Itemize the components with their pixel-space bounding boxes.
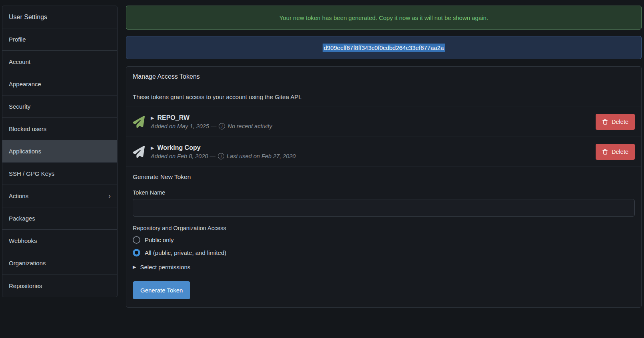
sidebar-item-label: SSH / GPG Keys bbox=[9, 170, 54, 177]
radio-checked-icon[interactable] bbox=[133, 249, 140, 256]
info-icon: i bbox=[218, 153, 224, 159]
token-name-label: Working Copy bbox=[157, 144, 200, 151]
token-activity-text: No recent activity bbox=[227, 123, 272, 129]
sidebar-item-account[interactable]: Account bbox=[2, 51, 117, 73]
new-token-display: d909ecff67f8ff343c0f0cdbd264c33ef677aa2a bbox=[126, 36, 642, 59]
token-name-label: REPO_RW bbox=[157, 114, 189, 121]
token-value-selected-text[interactable]: d909ecff67f8ff343c0f0cdbd264c33ef677aa2a bbox=[323, 44, 445, 52]
sidebar-item-appearance[interactable]: Appearance bbox=[2, 73, 117, 95]
sidebar-item-profile[interactable]: Profile bbox=[2, 28, 117, 51]
generate-section-title: Generate New Token bbox=[133, 173, 635, 181]
radio-option-label: Public only bbox=[145, 237, 174, 243]
sidebar-item-label: Organizations bbox=[9, 260, 46, 266]
panel-title: Manage Access Tokens bbox=[126, 67, 641, 87]
sidebar-item-label: Actions bbox=[9, 193, 28, 199]
token-meta: Added on Feb 8, 2020 — i Last used on Fe… bbox=[151, 153, 296, 159]
sidebar-item-label: Account bbox=[9, 58, 30, 65]
delete-token-button[interactable]: Delete bbox=[596, 114, 635, 130]
generate-token-button[interactable]: Generate Token bbox=[133, 281, 190, 299]
radio-option-all[interactable]: All (public, private, and limited) bbox=[133, 249, 635, 256]
sidebar-item-security[interactable]: Security bbox=[2, 95, 117, 118]
sidebar-item-label: Blocked users bbox=[9, 125, 46, 132]
paper-airplane-icon bbox=[133, 116, 145, 128]
sidebar-item-label: Profile bbox=[9, 36, 26, 43]
token-activity-text: Last used on Feb 27, 2020 bbox=[227, 153, 296, 159]
token-added-text: Added on May 1, 2025 — bbox=[151, 123, 216, 129]
token-name-input[interactable] bbox=[133, 199, 635, 217]
page-layout: User Settings Profile Account Appearance… bbox=[0, 0, 644, 308]
sidebar-item-blocked-users[interactable]: Blocked users bbox=[2, 118, 117, 140]
sidebar-item-actions[interactable]: Actions › bbox=[2, 185, 117, 207]
settings-sidebar: User Settings Profile Account Appearance… bbox=[2, 6, 118, 297]
select-permissions-label: Select permissions bbox=[140, 264, 190, 270]
token-meta: Added on May 1, 2025 — i No recent activ… bbox=[151, 123, 272, 129]
trash-icon bbox=[602, 149, 608, 155]
radio-option-label: All (public, private, and limited) bbox=[145, 249, 226, 256]
sidebar-item-ssh-gpg-keys[interactable]: SSH / GPG Keys bbox=[2, 163, 117, 185]
token-name-toggle[interactable]: ▶ REPO_RW bbox=[151, 114, 272, 121]
delete-token-button[interactable]: Delete bbox=[596, 144, 635, 160]
token-info: ▶ Working Copy Added on Feb 8, 2020 — i … bbox=[151, 144, 296, 159]
sidebar-item-label: Repositories bbox=[9, 282, 42, 289]
token-name-field-label: Token Name bbox=[133, 189, 635, 196]
info-icon: i bbox=[219, 123, 225, 129]
token-name-toggle[interactable]: ▶ Working Copy bbox=[151, 144, 296, 151]
triangle-right-icon: ▶ bbox=[133, 264, 136, 270]
manage-tokens-panel: Manage Access Tokens These tokens grant … bbox=[126, 66, 642, 308]
select-permissions-toggle[interactable]: ▶ Select permissions bbox=[133, 264, 635, 270]
triangle-right-icon: ▶ bbox=[151, 145, 154, 151]
panel-description: These tokens grant access to your accoun… bbox=[126, 87, 641, 107]
token-row: ▶ REPO_RW Added on May 1, 2025 — i No re… bbox=[126, 107, 641, 137]
sidebar-item-applications[interactable]: Applications bbox=[2, 140, 117, 163]
triangle-right-icon: ▶ bbox=[151, 115, 154, 121]
radio-option-public-only[interactable]: Public only bbox=[133, 236, 635, 244]
chevron-right-icon: › bbox=[108, 193, 111, 199]
sidebar-header-label: User Settings bbox=[9, 14, 47, 21]
success-banner: Your new token has been generated. Copy … bbox=[126, 6, 642, 30]
token-info: ▶ REPO_RW Added on May 1, 2025 — i No re… bbox=[151, 114, 272, 129]
sidebar-item-label: Appearance bbox=[9, 81, 41, 87]
radio-unchecked-icon[interactable] bbox=[133, 236, 140, 244]
token-added-text: Added on Feb 8, 2020 — bbox=[151, 153, 215, 159]
sidebar-item-label: Security bbox=[9, 103, 30, 110]
main-content: Your new token has been generated. Copy … bbox=[126, 6, 642, 308]
token-row: ▶ Working Copy Added on Feb 8, 2020 — i … bbox=[126, 137, 641, 167]
trash-icon bbox=[602, 119, 608, 125]
sidebar-item-repositories[interactable]: Repositories bbox=[2, 274, 117, 297]
sidebar-item-label: Packages bbox=[9, 215, 35, 222]
sidebar-item-packages[interactable]: Packages bbox=[2, 207, 117, 230]
sidebar-item-organizations[interactable]: Organizations bbox=[2, 252, 117, 274]
delete-button-label: Delete bbox=[612, 149, 628, 155]
sidebar-item-label: Applications bbox=[9, 148, 41, 155]
sidebar-item-webhooks[interactable]: Webhooks bbox=[2, 230, 117, 252]
delete-button-label: Delete bbox=[612, 119, 628, 125]
success-message: Your new token has been generated. Copy … bbox=[279, 14, 488, 21]
paper-airplane-icon bbox=[133, 146, 145, 158]
sidebar-header-user-settings: User Settings bbox=[2, 6, 117, 28]
access-scope-label: Repository and Organization Access bbox=[133, 225, 635, 231]
sidebar-item-label: Webhooks bbox=[9, 237, 37, 244]
generate-token-section: Generate New Token Token Name Repository… bbox=[126, 167, 641, 307]
